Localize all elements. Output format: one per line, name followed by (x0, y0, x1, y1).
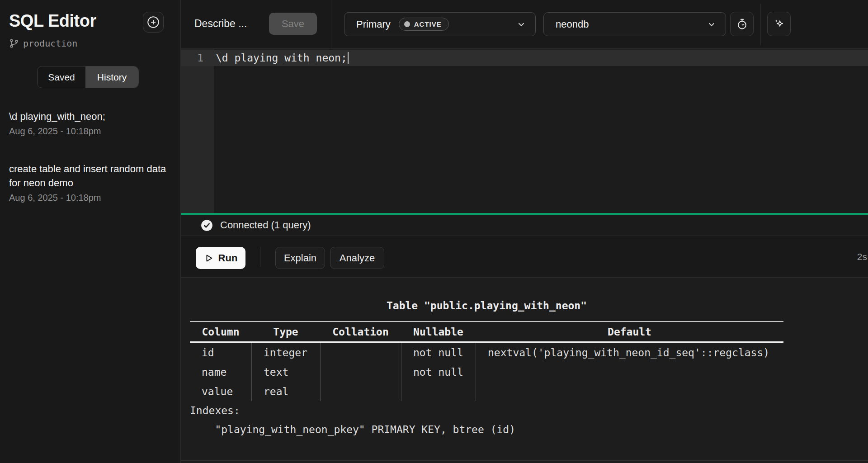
history-item[interactable]: \d playing_with_neon; Aug 6, 2025 - 10:1… (9, 109, 171, 137)
query-tab-title: Describe ... (194, 18, 247, 30)
table-cell: id (190, 343, 251, 362)
code-text: \d playing_with_neon; (214, 52, 347, 64)
table-cell: nextval('playing_with_neon_id_seq'::regc… (476, 343, 783, 362)
tab-saved[interactable]: Saved (38, 66, 85, 88)
topbar-divider (760, 4, 761, 45)
tab-history[interactable]: History (85, 66, 138, 88)
explain-button[interactable]: Explain (275, 247, 325, 269)
result-table-footer: Indexes: "playing_with_neon_pkey" PRIMAR… (190, 401, 783, 439)
line-number-gutter (181, 49, 214, 213)
table-cell: value (190, 382, 251, 401)
branch-status-badge: ACTIVE (399, 18, 449, 31)
index-definition: "playing_with_neon_pkey" PRIMARY KEY, bt… (190, 420, 783, 439)
describe-table-output: Table "public.playing_with_neon" Column … (190, 299, 783, 439)
branch-name: production (23, 38, 77, 49)
line-number: 1 (181, 52, 214, 64)
history-item[interactable]: create table and insert random data for … (9, 162, 171, 203)
branch-status-label: ACTIVE (414, 20, 442, 28)
run-button[interactable]: Run (196, 247, 245, 269)
chevron-down-icon (707, 19, 717, 29)
column-header: Type (251, 326, 320, 338)
git-branch-icon (9, 38, 19, 48)
run-button-label: Run (218, 252, 238, 264)
table-cell (401, 382, 476, 401)
connection-status-bar: Connected (1 query) (181, 215, 868, 236)
column-header: Default (476, 326, 783, 338)
table-cell: not null (401, 362, 476, 382)
table-cell: real (251, 382, 320, 401)
database-selector[interactable]: neondb (543, 12, 726, 36)
stopwatch-icon (736, 18, 748, 30)
table-cell (476, 362, 783, 382)
editor-topbar: Describe ... Save Primary ACTIVE neondb (181, 0, 868, 49)
column-header: Nullable (401, 326, 476, 338)
sql-code-editor[interactable]: 1 \d playing_with_neon; (181, 49, 868, 213)
query-duration: 2s (857, 251, 867, 262)
new-query-button[interactable] (143, 12, 164, 33)
ai-assist-button[interactable] (767, 12, 791, 36)
branch-selector[interactable]: Primary ACTIVE (344, 12, 536, 36)
sidebar: SQL Editor production Saved History \d p… (0, 0, 181, 463)
result-table-body: id integer not null nextval('playing_wit… (190, 343, 783, 401)
table-cell: integer (251, 343, 320, 362)
current-branch: production (9, 38, 171, 49)
table-cell (320, 343, 401, 362)
branch-selector-value: Primary (356, 19, 391, 30)
result-table-header: Column Type Collation Nullable Default (190, 322, 783, 341)
history-list: \d playing_with_neon; Aug 6, 2025 - 10:1… (9, 109, 171, 203)
query-results-panel: Table "public.playing_with_neon" Column … (181, 278, 868, 463)
text-cursor (348, 52, 349, 64)
query-history-button[interactable] (730, 12, 754, 36)
table-cell (476, 382, 783, 401)
result-table-title: Table "public.playing_with_neon" (190, 299, 783, 312)
page-title: SQL Editor (9, 11, 96, 31)
history-item-title: \d playing_with_neon; (9, 109, 171, 123)
indexes-label: Indexes: (190, 401, 783, 420)
code-line[interactable]: 1 \d playing_with_neon; (181, 50, 868, 66)
table-cell (320, 382, 401, 401)
connection-status-text: Connected (1 query) (220, 219, 311, 231)
table-cell: text (251, 362, 320, 382)
status-dot-icon (404, 21, 410, 27)
main-panel: Describe ... Save Primary ACTIVE neondb (181, 0, 868, 463)
check-circle-icon (201, 219, 213, 232)
sidebar-header: SQL Editor (9, 11, 171, 33)
toolbar-divider (260, 247, 260, 267)
table-cell: name (190, 362, 251, 382)
column-header: Column (190, 326, 251, 338)
history-item-title: create table and insert random data for … (9, 162, 171, 190)
plus-circle-icon (146, 15, 160, 29)
analyze-button[interactable]: Analyze (330, 247, 384, 269)
saved-history-toggle: Saved History (37, 66, 139, 88)
table-cell (320, 362, 401, 382)
query-toolbar: Run Explain Analyze 2s (181, 236, 868, 278)
topbar-divider (331, 0, 331, 49)
save-button[interactable]: Save (269, 13, 317, 35)
database-selector-value: neondb (556, 19, 589, 30)
column-header: Collation (320, 326, 401, 338)
table-cell: not null (401, 343, 476, 362)
sparkles-icon (773, 18, 785, 30)
chevron-down-icon (516, 19, 526, 29)
history-item-timestamp: Aug 6, 2025 - 10:18pm (9, 193, 171, 203)
history-item-timestamp: Aug 6, 2025 - 10:18pm (9, 126, 171, 137)
play-icon (204, 253, 214, 263)
